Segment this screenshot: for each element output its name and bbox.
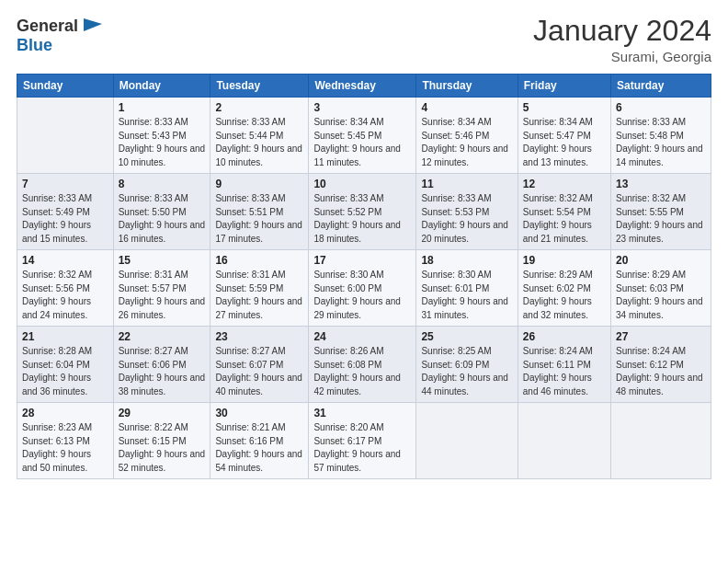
calendar-cell: 24Sunrise: 8:26 AMSunset: 6:08 PMDayligh… (309, 327, 416, 403)
day-number: 20 (616, 254, 706, 267)
day-info: Sunrise: 8:24 AMSunset: 6:11 PMDaylight:… (523, 345, 606, 398)
header-cell-thursday: Thursday (416, 75, 518, 98)
calendar-cell: 25Sunrise: 8:25 AMSunset: 6:09 PMDayligh… (416, 327, 518, 403)
calendar-cell: 26Sunrise: 8:24 AMSunset: 6:11 PMDayligh… (518, 327, 610, 403)
calendar-cell: 3Sunrise: 8:34 AMSunset: 5:45 PMDaylight… (309, 98, 416, 174)
day-info: Sunrise: 8:32 AMSunset: 5:55 PMDaylight:… (616, 192, 706, 246)
day-info: Sunrise: 8:20 AMSunset: 6:17 PMDaylight:… (313, 421, 411, 475)
calendar-table: SundayMondayTuesdayWednesdayThursdayFrid… (17, 74, 711, 479)
calendar-cell: 5Sunrise: 8:34 AMSunset: 5:47 PMDaylight… (518, 98, 610, 174)
calendar-cell: 30Sunrise: 8:21 AMSunset: 6:16 PMDayligh… (210, 403, 309, 479)
day-number: 9 (215, 178, 303, 190)
calendar-cell: 15Sunrise: 8:31 AMSunset: 5:57 PMDayligh… (113, 250, 210, 327)
day-number: 14 (22, 254, 108, 267)
week-row-3: 14Sunrise: 8:32 AMSunset: 5:56 PMDayligh… (17, 250, 711, 327)
calendar-cell: 4Sunrise: 8:34 AMSunset: 5:46 PMDaylight… (416, 98, 518, 174)
day-info: Sunrise: 8:33 AMSunset: 5:49 PMDaylight:… (22, 192, 108, 246)
calendar-body: 1Sunrise: 8:33 AMSunset: 5:43 PMDaylight… (17, 98, 711, 479)
header-row: SundayMondayTuesdayWednesdayThursdayFrid… (17, 75, 711, 98)
day-number: 8 (119, 178, 206, 190)
day-number: 24 (313, 330, 411, 343)
calendar-cell: 20Sunrise: 8:29 AMSunset: 6:03 PMDayligh… (611, 250, 711, 327)
day-info: Sunrise: 8:26 AMSunset: 6:08 PMDaylight:… (313, 345, 411, 398)
day-info: Sunrise: 8:33 AMSunset: 5:53 PMDaylight:… (421, 192, 512, 246)
day-number: 12 (523, 178, 606, 190)
day-number: 27 (616, 330, 706, 343)
day-number: 25 (421, 330, 512, 343)
day-info: Sunrise: 8:21 AMSunset: 6:16 PMDaylight:… (215, 421, 303, 475)
day-number: 28 (22, 407, 108, 419)
calendar-cell (518, 403, 610, 479)
calendar-cell: 21Sunrise: 8:28 AMSunset: 6:04 PMDayligh… (17, 327, 114, 403)
day-number: 1 (119, 101, 206, 114)
day-info: Sunrise: 8:27 AMSunset: 6:07 PMDaylight:… (215, 345, 303, 398)
day-info: Sunrise: 8:30 AMSunset: 6:01 PMDaylight:… (421, 269, 512, 322)
calendar-cell: 31Sunrise: 8:20 AMSunset: 6:17 PMDayligh… (309, 403, 416, 479)
header-cell-sunday: Sunday (17, 75, 114, 98)
calendar-cell: 17Sunrise: 8:30 AMSunset: 6:00 PMDayligh… (309, 250, 416, 327)
day-number: 10 (313, 178, 411, 190)
day-info: Sunrise: 8:29 AMSunset: 6:03 PMDaylight:… (616, 269, 706, 322)
calendar-cell: 12Sunrise: 8:32 AMSunset: 5:54 PMDayligh… (518, 174, 610, 250)
logo-flag-icon (80, 15, 106, 37)
location-title: Surami, Georgia (533, 49, 711, 64)
day-info: Sunrise: 8:22 AMSunset: 6:15 PMDaylight:… (119, 421, 206, 475)
calendar-cell: 1Sunrise: 8:33 AMSunset: 5:43 PMDaylight… (113, 98, 210, 174)
day-info: Sunrise: 8:32 AMSunset: 5:54 PMDaylight:… (523, 192, 606, 246)
day-info: Sunrise: 8:30 AMSunset: 6:00 PMDaylight:… (313, 269, 411, 322)
day-info: Sunrise: 8:31 AMSunset: 5:57 PMDaylight:… (119, 269, 206, 322)
calendar-cell: 9Sunrise: 8:33 AMSunset: 5:51 PMDaylight… (210, 174, 309, 250)
calendar-cell (17, 98, 114, 174)
day-info: Sunrise: 8:33 AMSunset: 5:48 PMDaylight:… (616, 116, 706, 169)
calendar-cell: 29Sunrise: 8:22 AMSunset: 6:15 PMDayligh… (113, 403, 210, 479)
day-info: Sunrise: 8:27 AMSunset: 6:06 PMDaylight:… (119, 345, 206, 398)
header-cell-tuesday: Tuesday (210, 75, 309, 98)
header-cell-saturday: Saturday (611, 75, 711, 98)
week-row-2: 7Sunrise: 8:33 AMSunset: 5:49 PMDaylight… (17, 174, 711, 250)
header-cell-wednesday: Wednesday (309, 75, 416, 98)
day-number: 22 (119, 330, 206, 343)
day-info: Sunrise: 8:33 AMSunset: 5:50 PMDaylight:… (119, 192, 206, 246)
day-number: 18 (421, 254, 512, 267)
day-number: 26 (523, 330, 606, 343)
day-number: 6 (616, 101, 706, 114)
calendar-cell (611, 403, 711, 479)
day-info: Sunrise: 8:32 AMSunset: 5:56 PMDaylight:… (22, 269, 108, 322)
month-title: January 2024 (533, 15, 711, 47)
day-number: 21 (22, 330, 108, 343)
svg-marker-0 (84, 18, 102, 31)
calendar-cell (416, 403, 518, 479)
calendar-cell: 22Sunrise: 8:27 AMSunset: 6:06 PMDayligh… (113, 327, 210, 403)
day-number: 16 (215, 254, 303, 267)
calendar-cell: 6Sunrise: 8:33 AMSunset: 5:48 PMDaylight… (611, 98, 711, 174)
header-cell-friday: Friday (518, 75, 610, 98)
calendar-cell: 14Sunrise: 8:32 AMSunset: 5:56 PMDayligh… (17, 250, 114, 327)
day-number: 19 (523, 254, 606, 267)
day-info: Sunrise: 8:33 AMSunset: 5:43 PMDaylight:… (119, 116, 206, 169)
calendar-cell: 27Sunrise: 8:24 AMSunset: 6:12 PMDayligh… (611, 327, 711, 403)
calendar-cell: 11Sunrise: 8:33 AMSunset: 5:53 PMDayligh… (416, 174, 518, 250)
calendar-cell: 19Sunrise: 8:29 AMSunset: 6:02 PMDayligh… (518, 250, 610, 327)
day-number: 31 (313, 407, 411, 419)
day-number: 30 (215, 407, 303, 419)
week-row-1: 1Sunrise: 8:33 AMSunset: 5:43 PMDaylight… (17, 98, 711, 174)
day-number: 5 (523, 101, 606, 114)
day-number: 4 (421, 101, 512, 114)
day-number: 11 (421, 178, 512, 190)
logo: General Blue (17, 15, 106, 53)
logo-general-text: General (17, 17, 78, 34)
header-cell-monday: Monday (113, 75, 210, 98)
day-info: Sunrise: 8:29 AMSunset: 6:02 PMDaylight:… (523, 269, 606, 322)
day-info: Sunrise: 8:25 AMSunset: 6:09 PMDaylight:… (421, 345, 512, 398)
day-info: Sunrise: 8:33 AMSunset: 5:52 PMDaylight:… (313, 192, 411, 246)
page: General Blue January 2024 Surami, Georgi… (0, 0, 728, 563)
title-block: January 2024 Surami, Georgia (533, 15, 711, 64)
calendar-cell: 8Sunrise: 8:33 AMSunset: 5:50 PMDaylight… (113, 174, 210, 250)
day-number: 7 (22, 178, 108, 190)
header: General Blue January 2024 Surami, Georgi… (17, 15, 711, 64)
day-number: 23 (215, 330, 303, 343)
calendar-cell: 16Sunrise: 8:31 AMSunset: 5:59 PMDayligh… (210, 250, 309, 327)
day-number: 17 (313, 254, 411, 267)
day-info: Sunrise: 8:34 AMSunset: 5:46 PMDaylight:… (421, 116, 512, 169)
day-info: Sunrise: 8:34 AMSunset: 5:45 PMDaylight:… (313, 116, 411, 169)
